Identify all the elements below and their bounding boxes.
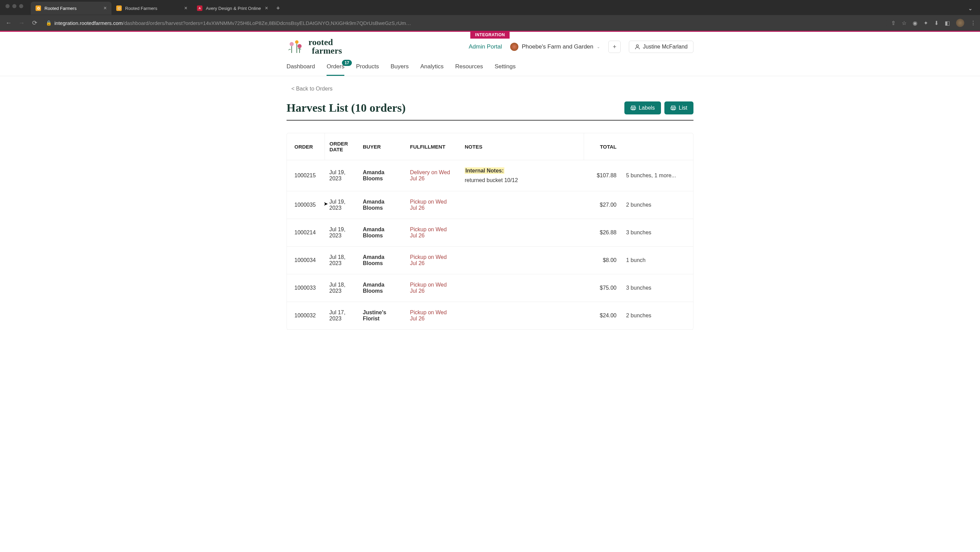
table-row[interactable]: 1000034Jul 18, 2023Amanda BloomsPickup o… bbox=[287, 247, 693, 274]
svg-point-3 bbox=[636, 45, 638, 47]
back-button[interactable]: ← bbox=[4, 19, 13, 27]
col-header-buyer[interactable]: BUYER bbox=[358, 133, 405, 160]
page-header: Harvest List (10 orders) Labels List bbox=[286, 102, 694, 121]
cell-summary: 1 bunch bbox=[621, 247, 693, 274]
cell-order: 1000035 bbox=[287, 191, 325, 219]
table-row[interactable]: 1000035Jul 19, 2023Amanda BloomsPickup o… bbox=[287, 191, 693, 219]
share-icon[interactable]: ⇧ bbox=[891, 20, 896, 26]
tab-close-button[interactable]: × bbox=[103, 5, 107, 11]
nav-item-settings[interactable]: Settings bbox=[495, 63, 515, 76]
bookmark-icon[interactable]: ☆ bbox=[902, 20, 907, 26]
cell-notes bbox=[460, 274, 584, 302]
table-row[interactable]: 1000033Jul 18, 2023Amanda BloomsPickup o… bbox=[287, 274, 693, 302]
window-controls bbox=[0, 0, 29, 12]
user-icon bbox=[635, 44, 640, 49]
url-path: /dashboard/orders/harvest?orders=14vXWNM… bbox=[123, 20, 411, 26]
cell-total: $24.00 bbox=[584, 302, 621, 330]
integration-badge: INTEGRATION bbox=[470, 31, 509, 39]
orders-table-wrapper: ORDER ORDER DATE BUYER FULFILLMENT NOTES… bbox=[286, 133, 694, 330]
browser-chrome: ✿Rooted Farmers×✿Rooted Farmers×AAvery D… bbox=[0, 0, 980, 31]
svg-rect-8 bbox=[671, 107, 676, 109]
table-row[interactable]: 1000215Jul 19, 2023Amanda BloomsDelivery… bbox=[287, 160, 693, 191]
cell-date: Jul 19, 2023 bbox=[325, 191, 358, 219]
cell-order: 1000033 bbox=[287, 274, 325, 302]
col-header-notes[interactable]: NOTES bbox=[460, 133, 584, 160]
cell-summary: 3 bunches bbox=[621, 219, 693, 247]
back-to-orders-link[interactable]: < Back to Orders bbox=[291, 86, 333, 92]
nav-item-dashboard[interactable]: Dashboard bbox=[286, 63, 315, 76]
cell-buyer: Amanda Blooms bbox=[358, 247, 405, 274]
tab-close-button[interactable]: × bbox=[184, 5, 188, 11]
cell-total: $8.00 bbox=[584, 247, 621, 274]
tabs-dropdown-button[interactable]: ⌄ bbox=[963, 2, 977, 14]
cell-date: Jul 19, 2023 bbox=[325, 160, 358, 191]
table-row[interactable]: 1000214Jul 19, 2023Amanda BloomsPickup o… bbox=[287, 219, 693, 247]
menu-icon[interactable]: ⋮ bbox=[970, 20, 976, 26]
add-button[interactable]: + bbox=[608, 41, 620, 53]
cell-fulfillment: Pickup on Wed Jul 26 bbox=[405, 191, 460, 219]
tab-close-button[interactable]: × bbox=[265, 5, 268, 11]
print-icon bbox=[671, 105, 676, 111]
maximize-window-button[interactable] bbox=[19, 4, 23, 8]
tab-favicon-icon: ✿ bbox=[116, 5, 122, 11]
reload-button[interactable]: ⟳ bbox=[30, 19, 39, 27]
forward-button[interactable]: → bbox=[17, 19, 26, 27]
user-menu-button[interactable]: Justine McFarland bbox=[629, 41, 694, 53]
tab-favicon-icon: ✿ bbox=[35, 5, 41, 11]
svg-point-0 bbox=[290, 42, 294, 46]
logo-mark-icon bbox=[286, 38, 304, 56]
sidepanel-icon[interactable]: ◧ bbox=[945, 20, 950, 26]
col-header-fulfillment[interactable]: FULFILLMENT bbox=[405, 133, 460, 160]
cell-buyer: Amanda Blooms bbox=[358, 274, 405, 302]
nav-item-orders[interactable]: Orders17 bbox=[326, 63, 344, 76]
tab-favicon-icon: A bbox=[197, 5, 202, 11]
notes-text: returned bucket 10/12 bbox=[465, 177, 579, 184]
nav-item-buyers[interactable]: Buyers bbox=[390, 63, 409, 76]
cell-buyer: Amanda Blooms bbox=[358, 160, 405, 191]
tab-strip: ✿Rooted Farmers×✿Rooted Farmers×AAvery D… bbox=[0, 0, 980, 15]
cell-date: Jul 17, 2023 bbox=[325, 302, 358, 330]
cell-summary: 3 bunches bbox=[621, 274, 693, 302]
cell-order: 1000215 bbox=[287, 160, 325, 191]
extensions-icon[interactable]: ✦ bbox=[924, 20, 928, 26]
table-row[interactable]: 1000032Jul 17, 2023Justine's FloristPick… bbox=[287, 302, 693, 330]
farm-avatar-icon bbox=[510, 43, 519, 51]
nav-item-analytics[interactable]: Analytics bbox=[420, 63, 444, 76]
logo[interactable]: rooted farmers bbox=[286, 38, 342, 56]
labels-button[interactable]: Labels bbox=[624, 102, 661, 114]
camera-icon[interactable]: ◉ bbox=[913, 20, 918, 26]
farm-selector[interactable]: Phoebe's Farm and Garden ⌄ bbox=[510, 43, 600, 51]
admin-portal-link[interactable]: Admin Portal bbox=[469, 43, 502, 50]
header-actions: Labels List bbox=[624, 102, 694, 114]
profile-avatar-icon[interactable] bbox=[956, 19, 964, 27]
svg-rect-5 bbox=[631, 107, 636, 109]
page-content: INTEGRATION rooted farmers Admin Portal bbox=[0, 31, 980, 339]
col-header-order[interactable]: ORDER bbox=[287, 133, 325, 160]
col-header-order-date[interactable]: ORDER DATE bbox=[325, 133, 358, 160]
main-content: < Back to Orders Harvest List (10 orders… bbox=[286, 76, 694, 339]
address-bar[interactable]: 🔒 integration.rootedfarmers.com/dashboar… bbox=[43, 19, 887, 27]
nav-item-products[interactable]: Products bbox=[356, 63, 379, 76]
browser-tab[interactable]: ✿Rooted Farmers× bbox=[111, 2, 192, 15]
list-button[interactable]: List bbox=[664, 102, 694, 114]
chevron-down-icon: ⌄ bbox=[597, 44, 600, 49]
downloads-icon[interactable]: ⬇ bbox=[934, 20, 939, 26]
internal-notes-label: Internal Notes: bbox=[465, 167, 504, 174]
cell-notes bbox=[460, 302, 584, 330]
browser-tab[interactable]: ✿Rooted Farmers× bbox=[31, 2, 111, 15]
nav-item-resources[interactable]: Resources bbox=[455, 63, 483, 76]
main-nav: DashboardOrders17ProductsBuyersAnalytics… bbox=[286, 63, 694, 76]
browser-tab[interactable]: AAvery Design & Print Online× bbox=[192, 2, 273, 15]
cell-date: Jul 19, 2023 bbox=[325, 219, 358, 247]
col-header-total[interactable]: TOTAL bbox=[584, 133, 621, 160]
new-tab-button[interactable]: + bbox=[273, 3, 283, 14]
print-icon bbox=[630, 105, 636, 111]
minimize-window-button[interactable] bbox=[12, 4, 16, 8]
farm-name: Phoebe's Farm and Garden bbox=[522, 43, 593, 50]
tab-title: Avery Design & Print Online bbox=[206, 6, 262, 11]
labels-button-label: Labels bbox=[639, 105, 655, 111]
close-window-button[interactable] bbox=[5, 4, 10, 8]
cell-summary: 5 bunches, 1 more... bbox=[621, 160, 693, 191]
cell-buyer: Justine's Florist bbox=[358, 302, 405, 330]
cell-total: $26.88 bbox=[584, 219, 621, 247]
